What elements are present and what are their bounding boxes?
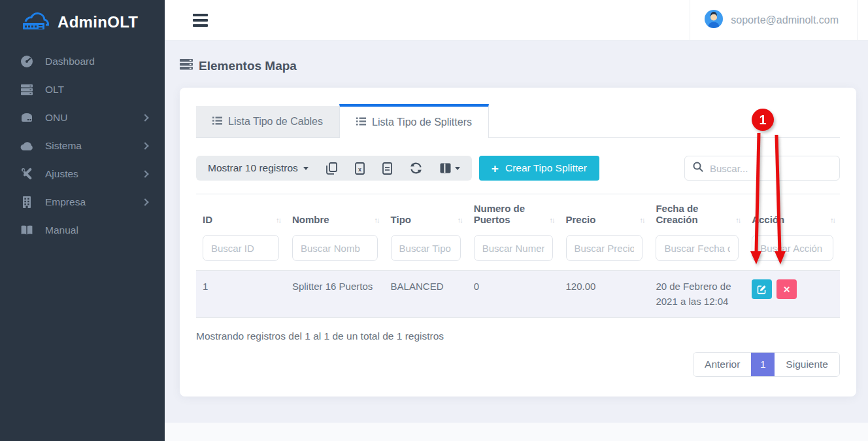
chevron-right-icon — [141, 142, 148, 149]
page-footer — [165, 423, 868, 441]
sort-icon[interactable]: ↑↓ — [830, 216, 835, 225]
tab-lista-tipo-cables[interactable]: Lista Tipo de Cables — [196, 106, 339, 137]
user-email: soporte@adminolt.com — [731, 14, 839, 26]
sidebar-item-onu[interactable]: ONU — [0, 103, 165, 132]
close-icon: ✕ — [783, 285, 790, 294]
refresh-button[interactable] — [410, 162, 422, 174]
tab-label: Lista Tipo de Cables — [228, 116, 323, 128]
export-file-button[interactable] — [382, 162, 392, 175]
caret-down-icon — [455, 167, 460, 170]
cloud-icon — [20, 141, 34, 150]
column-visibility-button[interactable] — [440, 163, 460, 173]
pagination-current-page[interactable]: 1 — [751, 353, 775, 376]
server-icon — [180, 59, 193, 73]
filter-puertos-input[interactable] — [474, 235, 553, 261]
building-icon — [20, 196, 34, 208]
tools-icon — [20, 168, 34, 180]
pagination-next[interactable]: Siguiente — [775, 353, 839, 376]
page-title-text: Elementos Mapa — [199, 59, 297, 73]
sort-icon[interactable]: ↑↓ — [550, 216, 554, 225]
caret-down-icon — [303, 167, 309, 170]
plus-icon: + — [492, 162, 499, 175]
pagination-previous[interactable]: Anterior — [693, 353, 751, 376]
chevron-right-icon — [141, 198, 148, 205]
list-icon — [356, 116, 366, 128]
filter-nombre-input[interactable] — [292, 235, 378, 261]
file-lines-icon — [382, 162, 392, 175]
pencil-square-icon — [757, 285, 767, 294]
splitters-table: ID↑↓ Nombre↑↓ Tipo↑↓ Numero de Puertos↑↓… — [196, 194, 840, 318]
cell-puertos: 0 — [467, 271, 559, 317]
pagination: Anterior 1 Siguiente — [196, 352, 840, 377]
main-area: soporte@adminolt.com Elementos Mapa Lis — [165, 0, 868, 441]
filter-accion-input[interactable] — [752, 235, 833, 261]
sidebar-item-label: ONU — [45, 112, 67, 124]
search-input[interactable] — [710, 163, 831, 174]
col-header-puertos[interactable]: Numero de Puertos — [474, 203, 547, 225]
sidebar-item-dashboard[interactable]: Dashboard — [0, 47, 165, 75]
sidebar-item-label: Manual — [45, 224, 78, 236]
col-header-nombre[interactable]: Nombre — [292, 214, 329, 225]
table-filter-row — [196, 232, 840, 270]
copy-icon — [326, 162, 337, 175]
brand[interactable]: AdminOLT — [0, 0, 165, 42]
table-info: Mostrando registros del 1 al 1 de un tot… — [196, 330, 840, 342]
col-header-id[interactable]: ID — [203, 214, 212, 225]
server-stack-icon — [20, 84, 34, 96]
brand-name: AdminOLT — [58, 13, 138, 31]
sidebar-item-olt[interactable]: OLT — [0, 75, 165, 103]
list-icon — [212, 116, 222, 128]
filter-precio-input[interactable] — [566, 235, 643, 261]
sort-icon[interactable]: ↑↓ — [375, 216, 379, 225]
columns-icon — [440, 163, 451, 173]
export-excel-button[interactable]: x — [355, 162, 365, 175]
col-header-fecha[interactable]: Fecha de Creación — [656, 203, 733, 225]
cell-fecha: 20 de Febrero de 2021 a las 12:04 — [649, 271, 745, 317]
tab-label: Lista Tipo de Splitters — [372, 116, 472, 128]
filter-id-input[interactable] — [203, 235, 279, 261]
topbar: soporte@adminolt.com — [165, 0, 868, 41]
tab-lista-tipo-splitters[interactable]: Lista Tipo de Splitters — [339, 104, 489, 138]
filter-fecha-input[interactable] — [656, 235, 739, 261]
user-avatar — [705, 10, 723, 31]
chevron-right-icon — [141, 114, 148, 121]
col-header-accion[interactable]: Acción — [752, 214, 784, 225]
search-icon — [693, 162, 703, 175]
filter-tipo-input[interactable] — [391, 235, 461, 261]
create-splitter-button[interactable]: + Crear Tipo Splitter — [479, 156, 599, 181]
sort-icon[interactable]: ↑↓ — [276, 216, 280, 225]
sort-icon[interactable]: ↑↓ — [735, 216, 740, 225]
toolbar-group: Mostrar 10 registros x — [196, 156, 472, 181]
sidebar-nav: Dashboard OLT ONU Sistema — [0, 42, 165, 244]
user-menu[interactable]: soporte@adminolt.com — [690, 0, 858, 41]
cell-precio: 120.00 — [559, 271, 650, 317]
copy-button[interactable] — [326, 162, 337, 175]
refresh-icon — [410, 162, 422, 174]
sidebar-item-manual[interactable]: Manual — [0, 216, 165, 244]
sidebar-item-ajustes[interactable]: Ajustes — [0, 160, 165, 188]
cell-nombre: Splitter 16 Puertos — [286, 271, 384, 317]
sidebar-item-sistema[interactable]: Sistema — [0, 132, 165, 160]
card: Lista Tipo de Cables Lista Tipo de Split… — [180, 88, 856, 397]
cell-tipo: BALANCED — [384, 271, 467, 317]
app-window: AdminOLT Dashboard OLT ONU — [0, 0, 868, 441]
chevron-right-icon — [141, 170, 148, 177]
svg-text:x: x — [358, 166, 361, 172]
sort-icon[interactable]: ↑↓ — [639, 216, 644, 225]
page-length-select[interactable]: Mostrar 10 registros — [208, 162, 309, 174]
table-header-row: ID↑↓ Nombre↑↓ Tipo↑↓ Numero de Puertos↑↓… — [196, 194, 840, 232]
cloud-router-logo-icon — [18, 9, 51, 35]
cell-actions: ✕ — [745, 271, 840, 317]
sidebar-item-empresa[interactable]: Empresa — [0, 188, 165, 216]
page-title: Elementos Mapa — [180, 59, 856, 73]
sort-icon[interactable]: ↑↓ — [458, 216, 462, 225]
sidebar: AdminOLT Dashboard OLT ONU — [0, 0, 165, 441]
create-splitter-label: Crear Tipo Splitter — [505, 162, 587, 174]
content: Elementos Mapa Lista Tipo de Cables — [165, 41, 868, 441]
col-header-tipo[interactable]: Tipo — [391, 214, 411, 225]
delete-button[interactable]: ✕ — [776, 279, 797, 299]
edit-button[interactable] — [752, 279, 772, 299]
col-header-precio[interactable]: Precio — [566, 214, 596, 225]
gauge-icon — [20, 55, 34, 68]
hamburger-menu-icon[interactable] — [193, 14, 208, 27]
